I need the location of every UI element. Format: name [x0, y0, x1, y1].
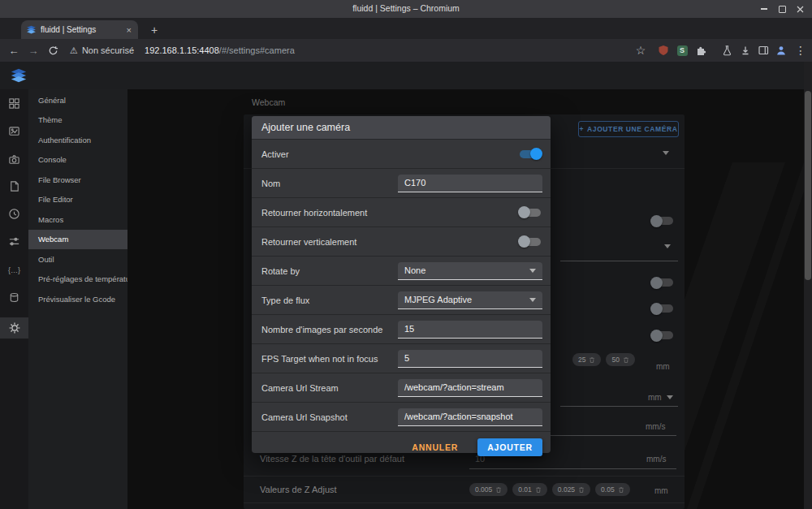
- reload-icon: [48, 45, 58, 56]
- avatar-icon: [775, 44, 788, 57]
- filament-icon[interactable]: [7, 291, 21, 304]
- downloads-button[interactable]: [738, 44, 753, 57]
- name-input[interactable]: [398, 175, 542, 192]
- nav-item-gcode-preview[interactable]: Prévisualiser le Gcode: [28, 289, 127, 309]
- side-panel-icon: [758, 45, 769, 56]
- field-label: Camera Url Stream: [261, 383, 398, 393]
- back-button[interactable]: ←: [6, 44, 21, 57]
- field-row-snapshot-url: Camera Url Snapshot: [252, 402, 551, 431]
- enable-toggle[interactable]: [518, 148, 542, 161]
- nav-item-console[interactable]: Console: [28, 150, 127, 170]
- field-label: Retourner horizontalement: [261, 208, 398, 218]
- fluidd-favicon-icon: [26, 24, 37, 35]
- side-panel-button[interactable]: [756, 44, 771, 57]
- tab-strip: fluidd | Settings × +: [0, 18, 812, 39]
- nav-item-general[interactable]: Général: [28, 90, 127, 110]
- rotate-by-select[interactable]: None: [398, 262, 542, 280]
- fluidd-logo-icon: [10, 67, 28, 84]
- snapshot-url-input[interactable]: [398, 408, 542, 426]
- url-path: /#/settings#camera: [219, 45, 295, 55]
- browser-tab[interactable]: fluidd | Settings ×: [21, 20, 138, 39]
- field-label: Nom: [261, 179, 398, 188]
- field-label: FPS Target when not in focus: [261, 354, 398, 364]
- field-label: Camera Url Snapshot: [261, 412, 398, 422]
- reload-button[interactable]: [45, 44, 60, 57]
- minimize-button[interactable]: [755, 2, 773, 15]
- flip-horizontal-toggle[interactable]: [518, 206, 542, 219]
- field-row-fps: Nombre d'images par seconde: [252, 314, 551, 343]
- dashboard-icon[interactable]: [7, 97, 21, 110]
- field-row-flip-horizontal: Retourner horizontalement: [252, 197, 551, 226]
- profile-button[interactable]: [774, 44, 788, 57]
- userscript-extension-button[interactable]: [719, 44, 734, 57]
- nav-item-macros[interactable]: Macros: [28, 209, 127, 230]
- nav-item-webcam[interactable]: Webcam: [28, 230, 127, 250]
- fps-idle-input[interactable]: [398, 350, 542, 368]
- maximize-icon: [779, 6, 786, 13]
- nav-item-file-editor[interactable]: File Editor: [28, 190, 127, 210]
- stream-type-select[interactable]: MJPEG Adaptive: [398, 291, 542, 309]
- tab-title: fluidd | Settings: [41, 25, 121, 34]
- field-row-rotate: Rotate by None: [252, 256, 551, 285]
- security-label[interactable]: Non sécurisé: [82, 45, 134, 55]
- camera-icon[interactable]: [7, 153, 21, 166]
- window-title: fluidd | Settings – Chromium: [0, 3, 812, 13]
- address-bar[interactable]: ⚠ Non sécurisé 192.168.1.15:4408/#/setti…: [70, 42, 295, 58]
- download-icon: [740, 45, 751, 56]
- submit-button[interactable]: AJOUTER: [477, 438, 542, 456]
- s-extension-button[interactable]: S: [675, 44, 689, 57]
- scrollbar-thumb[interactable]: [805, 91, 811, 280]
- nav-item-tool[interactable]: Outil: [28, 249, 127, 270]
- bookmark-star-button[interactable]: ☆: [633, 44, 648, 57]
- maximize-button[interactable]: [773, 2, 791, 15]
- shield-icon: [658, 45, 669, 56]
- files-icon[interactable]: [7, 179, 21, 193]
- window-titlebar: fluidd | Settings – Chromium: [0, 0, 812, 18]
- flip-vertical-toggle[interactable]: [518, 235, 542, 248]
- forward-button[interactable]: →: [26, 44, 41, 57]
- cancel-button[interactable]: ANNULER: [407, 442, 463, 453]
- field-row-stream-url: Camera Url Stream: [252, 373, 551, 402]
- tab-close-icon[interactable]: ×: [125, 25, 133, 35]
- close-button[interactable]: [791, 2, 809, 15]
- field-row-stream-type: Type de flux MJPEG Adaptive: [252, 285, 551, 314]
- tune-icon[interactable]: [7, 235, 21, 248]
- field-label: Retourner verticalement: [261, 237, 398, 247]
- minimize-icon: [761, 8, 767, 10]
- new-tab-button[interactable]: +: [146, 22, 162, 38]
- chevron-down-icon: [529, 298, 536, 302]
- select-value: None: [404, 265, 425, 275]
- extensions-button[interactable]: [693, 44, 708, 57]
- field-row-enable: Activer: [252, 139, 551, 168]
- browser-menu-button[interactable]: ⋮: [793, 44, 808, 57]
- settings-nav: Général Thème Authentification Console F…: [28, 89, 127, 509]
- dialog-title: Ajouter une caméra: [252, 116, 551, 139]
- close-icon: [797, 6, 804, 13]
- chevron-down-icon: [529, 269, 536, 273]
- dialog-footer: ANNULER AJOUTER: [252, 431, 551, 462]
- adblock-extension-button[interactable]: [656, 44, 671, 57]
- page-scrollbar[interactable]: [804, 62, 812, 509]
- app-bar: [0, 62, 812, 89]
- select-value: MJPEG Adaptive: [404, 295, 472, 304]
- add-camera-dialog: Ajouter une caméra Activer Nom Retourner…: [252, 116, 551, 453]
- macros-icon[interactable]: {…}: [7, 263, 21, 277]
- settings-icon[interactable]: [7, 321, 21, 334]
- field-row-name: Nom: [252, 168, 551, 197]
- icon-rail: {…}: [0, 89, 28, 509]
- security-warning-icon: ⚠: [70, 45, 78, 56]
- preview-image-icon[interactable]: [7, 124, 21, 138]
- stream-url-input[interactable]: [398, 379, 542, 397]
- field-label: Activer: [261, 149, 398, 159]
- fps-input[interactable]: [398, 321, 542, 339]
- nav-item-auth[interactable]: Authentification: [28, 130, 127, 150]
- s-badge-icon: S: [677, 45, 688, 56]
- history-icon[interactable]: [7, 207, 21, 221]
- flask-icon: [721, 45, 732, 56]
- nav-item-temp-presets[interactable]: Pré-réglages de température: [28, 270, 127, 290]
- field-label: Nombre d'images par seconde: [261, 325, 398, 334]
- nav-item-theme[interactable]: Thème: [28, 110, 127, 131]
- nav-item-file-browser[interactable]: File Browser: [28, 170, 127, 190]
- url-host: 192.168.1.15:4408: [145, 45, 219, 55]
- field-row-fps-idle: FPS Target when not in focus: [252, 343, 551, 373]
